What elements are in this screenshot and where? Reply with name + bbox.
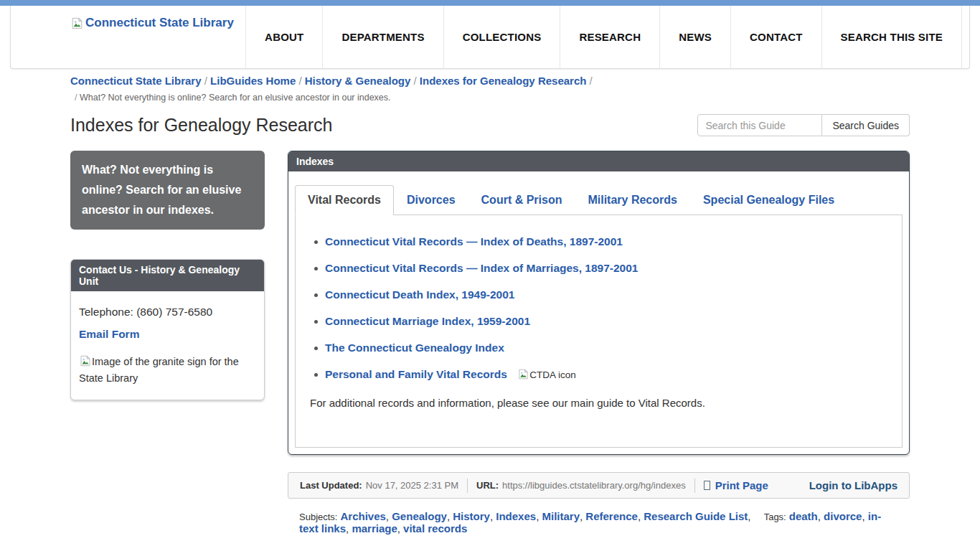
divider — [467, 479, 468, 493]
tab-special-genealogy-files[interactable]: Special Genealogy Files — [690, 185, 847, 215]
main-nav: ABOUT DEPARTMENTS COLLECTIONS RESEARCH N… — [245, 6, 969, 68]
ctda-icon-alt-text: CTDA icon — [529, 369, 576, 380]
url-value: https://libguides.ctstatelibrary.org/hg/… — [502, 480, 686, 491]
granite-sign-alt-text: Image of the granite sign for the State … — [79, 356, 239, 384]
email-form-link[interactable]: Email Form — [79, 328, 139, 341]
tab-court-prison[interactable]: Court & Prison — [468, 185, 575, 215]
subjects-tags-row: Subjects:ArchivesGenealogyHistoryIndexes… — [288, 499, 910, 534]
main-column: Indexes Vital Records Divorces Court & P… — [288, 151, 910, 534]
nav-item-about[interactable]: ABOUT — [245, 6, 322, 68]
search-guide-input[interactable] — [697, 114, 822, 136]
tag-link-divorce[interactable]: divorce — [824, 510, 862, 522]
nav-item-news[interactable]: NEWS — [659, 6, 730, 68]
divider — [694, 479, 695, 493]
breadcrumb-link-current-page[interactable]: Indexes for Genealogy Research — [420, 75, 587, 87]
site-header: Connecticut State Library ABOUT DEPARTME… — [10, 6, 970, 69]
list-item: The Connecticut Genealogy Index — [310, 342, 887, 354]
nav-item-search-this-site[interactable]: SEARCH THIS SITE — [821, 6, 962, 68]
subjects-label: Subjects: — [299, 512, 337, 522]
link-marriage-index[interactable]: Connecticut Marriage Index, 1959-2001 — [325, 315, 530, 327]
url-label: URL: — [476, 480, 499, 491]
nav-item-departments[interactable]: DEPARTMENTS — [322, 6, 443, 68]
vital-records-link-list: Connecticut Vital Records — Index of Dea… — [310, 235, 887, 381]
print-page-label: Print Page — [715, 479, 768, 491]
indexes-tabs: Vital Records Divorces Court & Prison Mi… — [295, 178, 903, 215]
indexes-box-title: Indexes — [288, 151, 909, 171]
link-personal-family-vital-records[interactable]: Personal and Family Vital Records — [325, 368, 507, 380]
last-updated-value: Nov 17, 2025 2:31 PM — [366, 480, 458, 491]
subject-link-archives[interactable]: Archives — [340, 510, 385, 522]
guide-search: Search Guides — [697, 114, 910, 136]
callout-box: What? Not everything is online? Search f… — [70, 151, 265, 230]
last-updated-label: Last Updated: — [300, 480, 362, 491]
subject-link-history[interactable]: History — [453, 510, 490, 522]
breadcrumb-link-library[interactable]: Connecticut State Library — [70, 75, 202, 87]
link-index-of-deaths[interactable]: Connecticut Vital Records — Index of Dea… — [325, 235, 623, 248]
list-item: Connecticut Marriage Index, 1959-2001 — [310, 315, 887, 328]
subject-link-military[interactable]: Military — [542, 510, 580, 522]
broken-image-icon — [70, 17, 84, 30]
subject-link-reference[interactable]: Reference — [585, 510, 638, 522]
ctda-missing-image: CTDA icon — [517, 369, 576, 380]
login-to-libapps-link[interactable]: Login to LibApps — [809, 479, 897, 491]
broken-image-icon — [79, 354, 92, 367]
list-item: Personal and Family Vital Records CTDA i… — [310, 368, 887, 381]
list-item: Connecticut Vital Records — Index of Mar… — [310, 262, 887, 275]
tag-link-marriage[interactable]: marriage — [352, 522, 397, 534]
subject-link-indexes[interactable]: Indexes — [496, 510, 536, 522]
tags-label: Tags: — [764, 512, 786, 522]
granite-sign-missing-image: Image of the granite sign for the State … — [79, 354, 256, 387]
link-index-of-marriages[interactable]: Connecticut Vital Records — Index of Mar… — [325, 262, 638, 274]
guide-footer-bar: Last Updated: Nov 17, 2025 2:31 PM URL: … — [288, 472, 910, 499]
tag-link-death[interactable]: death — [789, 510, 818, 522]
breadcrumb-link-history-genealogy[interactable]: History & Genealogy — [305, 75, 411, 87]
top-accent-bar — [0, 0, 980, 6]
tab-divorces[interactable]: Divorces — [394, 185, 468, 215]
guide-description: What? Not everything is online? Search f… — [70, 93, 910, 103]
print-page-link[interactable]: Print Page — [704, 479, 768, 491]
breadcrumb: Connecticut State LibraryLibGuides HomeH… — [70, 75, 910, 103]
nav-item-collections[interactable]: COLLECTIONS — [443, 6, 560, 68]
site-logo-link[interactable]: Connecticut State Library — [70, 16, 234, 30]
link-death-index[interactable]: Connecticut Death Index, 1949-2001 — [325, 288, 514, 301]
breadcrumb-link-libguides-home[interactable]: LibGuides Home — [210, 75, 296, 87]
tab-vital-records[interactable]: Vital Records — [295, 185, 394, 215]
broken-image-icon — [517, 368, 529, 380]
list-item: Connecticut Vital Records — Index of Dea… — [310, 235, 887, 248]
nav-item-research[interactable]: RESEARCH — [560, 6, 659, 68]
sidebar: What? Not everything is online? Search f… — [70, 151, 265, 400]
tab-military-records[interactable]: Military Records — [575, 185, 689, 215]
link-genealogy-index[interactable]: The Connecticut Genealogy Index — [325, 342, 504, 354]
list-item: Connecticut Death Index, 1949-2001 — [310, 288, 887, 301]
additional-records-note: For additional records and information, … — [310, 397, 887, 409]
tag-link-vital-records[interactable]: vital records — [403, 522, 467, 534]
site-logo-alt-text: Connecticut State Library — [85, 16, 234, 30]
contact-box-title: Contact Us - History & Genealogy Unit — [71, 260, 264, 291]
subject-link-genealogy[interactable]: Genealogy — [392, 510, 447, 522]
indexes-box: Indexes Vital Records Divorces Court & P… — [288, 151, 910, 455]
contact-telephone: Telephone: (860) 757-6580 — [79, 306, 256, 319]
page-title: Indexes for Genealogy Research — [70, 115, 333, 136]
print-icon — [704, 481, 710, 490]
search-guides-button[interactable]: Search Guides — [822, 114, 910, 136]
nav-item-contact[interactable]: CONTACT — [730, 6, 821, 68]
subject-link-research-guide-list[interactable]: Research Guide List — [644, 510, 748, 522]
vital-records-panel: Connecticut Vital Records — Index of Dea… — [295, 215, 903, 448]
contact-box: Contact Us - History & Genealogy Unit Te… — [70, 259, 265, 400]
